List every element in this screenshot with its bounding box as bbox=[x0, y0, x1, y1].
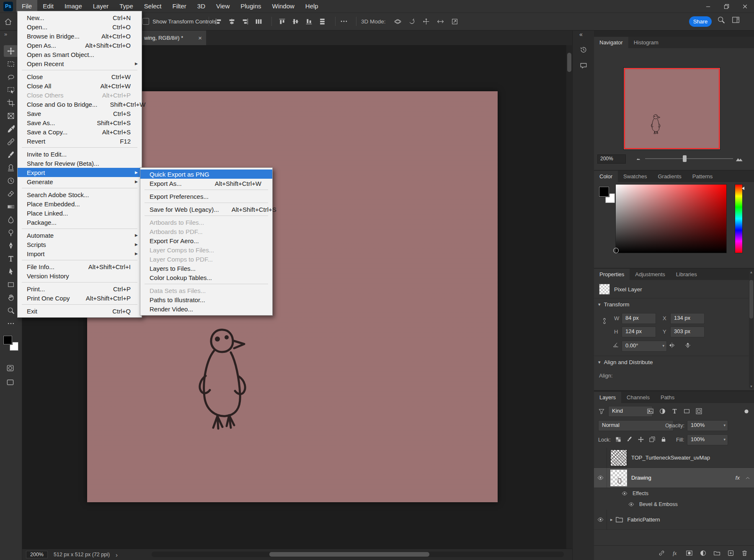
file-menu-item-invite-to-edit[interactable]: Invite to Edit... bbox=[18, 149, 142, 159]
blend-mode-select[interactable]: Normal ▾ bbox=[598, 420, 674, 431]
hue-slider[interactable] bbox=[735, 184, 743, 253]
file-menu-item-revert[interactable]: RevertF12 bbox=[18, 136, 142, 146]
navigator-preview[interactable] bbox=[623, 67, 720, 150]
eraser-tool[interactable] bbox=[4, 188, 18, 200]
transform-section-header[interactable]: ▾ Transform bbox=[598, 301, 630, 308]
share-button[interactable]: Share bbox=[689, 16, 712, 27]
status-options-chevron[interactable]: › bbox=[116, 551, 118, 558]
dropdown-arrow-icon[interactable]: ▾ bbox=[723, 421, 726, 430]
3d-pan-button[interactable] bbox=[421, 16, 431, 27]
horizontal-type-tool[interactable] bbox=[4, 253, 18, 265]
layer-filter-kind-select[interactable]: Kind ▾ bbox=[608, 406, 653, 417]
minimize-button[interactable] bbox=[699, 0, 717, 13]
visibility-toggle[interactable] bbox=[594, 448, 607, 468]
3d-scale-button[interactable] bbox=[449, 16, 460, 27]
expand-toolbar-button[interactable]: » bbox=[4, 31, 7, 37]
layer-row-top-turtlenecksweater-uvmap[interactable]: TOP_TurtleneckSweater_uvMap bbox=[594, 448, 754, 468]
new-adjustment-layer-button[interactable] bbox=[700, 550, 707, 557]
quick-mask-button[interactable] bbox=[6, 364, 14, 372]
layer-row-effects[interactable]: Effects bbox=[594, 488, 754, 499]
navigator-zoom-slider[interactable] bbox=[645, 158, 733, 159]
align-center-horizontal-button[interactable] bbox=[226, 16, 237, 27]
new-group-button[interactable] bbox=[713, 550, 720, 557]
filter-image-button[interactable] bbox=[647, 408, 654, 415]
file-menu-item-import[interactable]: Import▶ bbox=[18, 249, 142, 258]
foreground-background-colors[interactable] bbox=[3, 336, 18, 351]
layer-thumbnail[interactable] bbox=[610, 450, 627, 466]
3d-roll-button[interactable] bbox=[406, 16, 417, 27]
search-button[interactable] bbox=[717, 16, 725, 24]
filter-type-button[interactable] bbox=[671, 408, 678, 415]
comments-panel-button[interactable] bbox=[577, 59, 590, 72]
navigator-tab-histogram[interactable]: Histogram bbox=[628, 37, 664, 48]
brush-tool[interactable] bbox=[4, 149, 18, 161]
path-selection-tool[interactable] bbox=[4, 266, 18, 277]
file-menu-item-version-history[interactable]: Version History bbox=[18, 271, 142, 280]
layers-tab-layers[interactable]: Layers bbox=[594, 392, 621, 403]
dropdown-arrow-icon[interactable]: ▾ bbox=[723, 435, 726, 444]
distribute-vertical-button[interactable] bbox=[317, 16, 328, 27]
restore-button[interactable] bbox=[717, 0, 736, 13]
visibility-toggle[interactable] bbox=[628, 501, 636, 507]
visibility-toggle[interactable] bbox=[594, 510, 607, 529]
show-transform-controls-checkbox[interactable] bbox=[142, 18, 149, 25]
rotation-field[interactable]: 0.00° ▾ bbox=[622, 341, 667, 352]
file-menu-item-file-info[interactable]: File Info...Alt+Shift+Ctrl+I bbox=[18, 262, 142, 271]
align-top-button[interactable] bbox=[276, 16, 287, 27]
gradient-tool[interactable] bbox=[4, 201, 18, 213]
vertical-scrollbar[interactable] bbox=[566, 45, 572, 549]
align-left-button[interactable] bbox=[213, 16, 224, 27]
saturation-brightness-box[interactable] bbox=[615, 184, 727, 253]
hue-slider-indicator[interactable] bbox=[742, 187, 744, 190]
scroll-down-icon[interactable]: ▼ bbox=[749, 385, 754, 388]
opacity-select[interactable]: 100% ▾ bbox=[687, 420, 728, 431]
file-menu-item-generate[interactable]: Generate▶ bbox=[18, 177, 142, 186]
filter-smart-object-button[interactable] bbox=[695, 408, 702, 415]
filter-adjustment-button[interactable] bbox=[659, 408, 666, 415]
close-tab-icon[interactable]: × bbox=[198, 34, 202, 41]
export-menu-item-export-preferences[interactable]: Export Preferences... bbox=[140, 192, 272, 201]
align-right-button[interactable] bbox=[240, 16, 250, 27]
file-menu-item-close-and-go-to-bridge[interactable]: Close and Go to Bridge...Shift+Ctrl+W bbox=[18, 100, 142, 109]
history-brush-tool[interactable] bbox=[4, 175, 18, 187]
file-menu-item-place-linked[interactable]: Place Linked... bbox=[18, 208, 142, 218]
3d-slide-button[interactable] bbox=[435, 16, 446, 27]
width-field[interactable]: 84 px bbox=[622, 313, 656, 324]
layer-thumbnail[interactable] bbox=[610, 470, 627, 486]
show-transform-controls[interactable]: Show Transform Controls bbox=[142, 13, 216, 30]
export-menu-item-export-as[interactable]: Export As...Alt+Shift+Ctrl+W bbox=[140, 179, 272, 188]
eyedropper-tool[interactable] bbox=[4, 123, 18, 135]
lock-all-button[interactable] bbox=[660, 436, 667, 443]
vertical-scrollbar-thumb[interactable] bbox=[567, 53, 571, 72]
dropdown-arrow-icon[interactable]: ▾ bbox=[662, 341, 664, 350]
properties-tab-properties[interactable]: Properties bbox=[594, 269, 630, 280]
expand-group-icon[interactable]: ▸ bbox=[610, 517, 613, 522]
foreground-color-swatch[interactable] bbox=[3, 336, 12, 344]
export-menu-item-color-lookup-tables[interactable]: Color Lookup Tables... bbox=[140, 273, 272, 282]
collapse-effects-icon[interactable] bbox=[745, 475, 751, 481]
history-panel-button[interactable] bbox=[577, 44, 590, 56]
close-button[interactable] bbox=[736, 0, 754, 13]
export-menu-item-export-for-aero[interactable]: Export For Aero... bbox=[140, 236, 272, 245]
blur-tool[interactable] bbox=[4, 214, 18, 226]
screen-mode-button[interactable] bbox=[6, 378, 14, 386]
export-menu-item-save-for-web-legacy[interactable]: Save for Web (Legacy)...Alt+Shift+Ctrl+S bbox=[140, 205, 272, 214]
y-field[interactable]: 303 px bbox=[670, 326, 705, 337]
file-menu-item-close-all[interactable]: Close AllAlt+Ctrl+W bbox=[18, 81, 142, 90]
zoom-tool[interactable] bbox=[4, 305, 18, 316]
distribute-horizontal-button[interactable] bbox=[253, 16, 264, 27]
file-menu-item-browse-in-bridge[interactable]: Browse in Bridge...Alt+Ctrl+O bbox=[18, 31, 142, 41]
menu-help[interactable]: Help bbox=[300, 0, 324, 13]
align-bottom-button[interactable] bbox=[303, 16, 314, 27]
height-field[interactable]: 124 px bbox=[622, 326, 656, 337]
lock-position-button[interactable] bbox=[638, 436, 644, 443]
menu-filter[interactable]: Filter bbox=[167, 0, 192, 13]
frame-tool[interactable] bbox=[4, 110, 18, 122]
file-menu-item-open-as[interactable]: Open As...Alt+Shift+Ctrl+O bbox=[18, 41, 142, 50]
zoom-in-button[interactable] bbox=[736, 155, 743, 162]
file-menu-item-open-recent[interactable]: Open Recent▶ bbox=[18, 59, 142, 68]
properties-scrollbar-thumb[interactable] bbox=[749, 280, 753, 319]
home-button[interactable] bbox=[4, 13, 12, 30]
collapse-panels-button[interactable]: « bbox=[579, 31, 583, 38]
export-menu-item-quick-export-as-png[interactable]: Quick Export as PNG bbox=[140, 170, 272, 179]
